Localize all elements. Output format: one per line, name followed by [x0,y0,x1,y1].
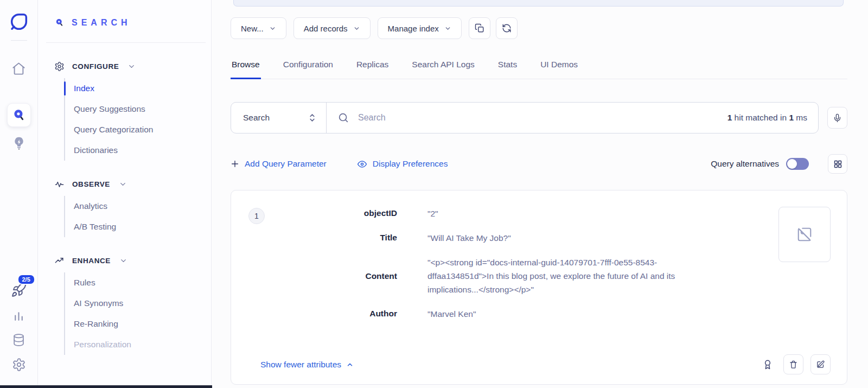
index-toolbar: New... Add records Manage index [231,17,847,39]
trending-up-icon [54,256,65,266]
top-banner-cutoff [233,0,844,7]
main-content: New... Add records Manage index [212,0,868,388]
hit-stats: 1 hit matched in 1 ms [727,113,807,123]
search-product-icon [12,108,26,122]
refresh-icon [502,23,512,33]
section-observe: OBSERVE Analytics A/B Testing [54,179,206,237]
bottom-cutoff-bar [0,385,212,388]
query-alternatives-label: Query alternatives [711,159,779,169]
tab-replicas[interactable]: Replicas [355,55,390,79]
image-placeholder [778,207,831,262]
data-sources-icon[interactable] [12,333,25,347]
copy-index-button[interactable] [469,17,490,39]
section-observe-header[interactable]: OBSERVE [54,179,206,189]
show-fewer-attributes-link[interactable]: Show fewer attributes [260,360,354,370]
ranking-info-button[interactable] [762,359,773,370]
query-alternatives-toggle[interactable] [786,158,809,170]
rail-divider [11,40,27,41]
add-records-dropdown-button[interactable]: Add records [293,17,371,39]
section-configure-label: CONFIGURE [72,62,119,71]
show-fewer-label: Show fewer attributes [260,360,341,370]
add-query-parameter-label: Add Query Parameter [245,159,327,169]
plus-icon [231,160,239,168]
refresh-button[interactable] [496,17,518,39]
record-actions [762,354,831,374]
activity-pulse-icon [54,179,65,189]
sidebar: SEARCH CONFIGURE Index Query Suggestions… [38,0,212,388]
chevron-down-icon [353,25,360,32]
chevron-down-icon [119,180,127,188]
chevron-up-icon [346,361,354,368]
sidebar-item-query-suggestions[interactable]: Query Suggestions [65,99,206,119]
field-row-objectid: objectID "2" [265,207,765,220]
tab-stats[interactable]: Stats [497,55,518,79]
add-query-parameter-link[interactable]: Add Query Parameter [231,159,327,169]
sidebar-item-index[interactable]: Index [65,78,206,99]
display-preferences-label: Display Preferences [373,159,448,169]
hit-stats-text: hit matched in [735,113,787,122]
field-label: objectID [265,207,427,220]
sidebar-item-query-categorization[interactable]: Query Categorization [65,119,206,140]
search-row: Search 1 hit matched in 1 [231,102,847,133]
section-configure-items: Index Query Suggestions Query Categoriza… [64,78,206,161]
voice-search-button[interactable] [827,107,847,129]
search-logo-icon [54,17,65,28]
field-row-content: Content "<p><strong id="docs-internal-gu… [265,256,765,296]
field-label: Title [265,231,427,244]
settings-gear-icon[interactable] [12,358,26,372]
sidebar-item-personalization[interactable]: Personalization [65,334,206,355]
search-nav-active-tile[interactable] [7,103,31,127]
add-records-label: Add records [304,24,348,33]
sidebar-item-analytics[interactable]: Analytics [65,196,206,217]
tab-search-api-logs[interactable]: Search API Logs [411,55,475,79]
usage-badge: 2/5 [17,274,35,285]
sidebar-item-re-ranking[interactable]: Re-Ranking [65,314,206,334]
sidebar-item-ab-testing[interactable]: A/B Testing [65,217,206,237]
sidebar-item-dictionaries[interactable]: Dictionaries [65,140,206,161]
product-header: SEARCH [54,0,206,28]
algolia-logo[interactable] [8,11,30,33]
grid-view-button[interactable] [828,154,847,174]
sidebar-item-ai-synonyms[interactable]: AI Synonyms [65,293,206,314]
result-card: 1 objectID "2" Title "Will AI Take My Jo… [231,190,847,385]
search-scope-select[interactable]: Search [231,103,327,133]
chevron-down-icon [269,25,276,32]
award-ribbon-icon [762,359,773,370]
microphone-icon [833,113,842,123]
sidebar-divider [46,42,206,43]
analytics-bars-icon[interactable] [12,309,25,322]
recommend-bulb-icon[interactable] [12,136,26,151]
new-dropdown-button[interactable]: New... [231,17,286,39]
edit-pencil-icon [816,360,825,369]
search-input[interactable] [358,113,719,123]
upgrade-rocket-button[interactable]: 2/5 [11,282,27,298]
grid-icon [833,160,843,169]
section-observe-items: Analytics A/B Testing [64,196,206,237]
hit-count: 1 [727,113,732,122]
edit-record-button[interactable] [810,354,831,374]
chevron-down-icon [119,257,127,265]
result-rank-badge: 1 [248,208,265,224]
index-tabs: Browse Configuration Replicas Search API… [231,55,847,79]
tab-configuration[interactable]: Configuration [282,55,334,79]
toggle-knob [787,159,797,169]
field-label: Content [265,270,427,283]
section-configure-header[interactable]: CONFIGURE [54,61,206,72]
delete-record-button[interactable] [783,354,803,374]
display-preferences-link[interactable]: Display Preferences [357,159,448,169]
tab-ui-demos[interactable]: UI Demos [539,55,579,79]
result-card-top: 1 objectID "2" Title "Will AI Take My Jo… [248,207,831,321]
home-icon[interactable] [11,61,26,76]
search-scope-value: Search [243,113,270,123]
sidebar-item-rules[interactable]: Rules [65,272,206,293]
field-value: "Marvel Ken" [427,307,723,321]
section-enhance-label: ENHANCE [72,257,111,265]
section-enhance-header[interactable]: ENHANCE [54,256,206,266]
tab-browse[interactable]: Browse [231,55,261,79]
section-configure: CONFIGURE Index Query Suggestions Query … [54,61,206,161]
search-box: Search 1 hit matched in 1 [231,102,819,133]
chevron-down-icon [444,25,451,32]
section-enhance: ENHANCE Rules AI Synonyms Re-Ranking Per… [54,256,206,355]
manage-index-dropdown-button[interactable]: Manage index [378,17,462,39]
field-row-author: Author "Marvel Ken" [265,307,765,321]
